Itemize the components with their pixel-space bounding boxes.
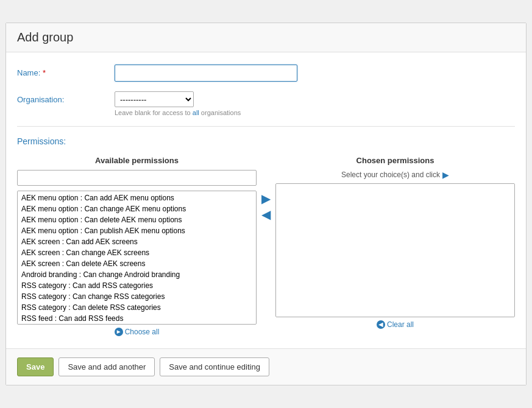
chosen-footer: ◀ Clear all [275,320,515,329]
available-permissions-panel: Available permissions 🔍 AEK menu option … [17,156,257,336]
available-permissions-listbox: AEK menu option : Can add AEK menu optio… [17,191,257,325]
clear-all-link[interactable]: ◀ Clear all [377,320,414,329]
chosen-hint-arrow: ▶ [442,170,449,180]
name-field [115,65,515,82]
save-add-button[interactable]: Save and add another [59,357,155,376]
organisation-row: Organisation: ---------- Leave blank for… [17,91,515,116]
save-button[interactable]: Save [17,357,54,376]
page-title: Add group [17,30,515,44]
name-input[interactable] [115,65,297,82]
permissions-label: Permissions: [17,136,515,146]
clear-all-label: Clear all [387,320,414,329]
available-permissions-select[interactable]: AEK menu option : Can add AEK menu optio… [18,191,256,324]
chosen-hint: Select your choice(s) and click ▶ [275,170,515,180]
permissions-section: Available permissions 🔍 AEK menu option … [17,156,515,336]
move-right-button[interactable]: ▶ [261,192,271,205]
clear-all-icon: ◀ [377,320,385,329]
save-continue-button[interactable]: Save and continue editing [160,357,269,376]
choose-all-label: Choose all [125,328,160,336]
chosen-permissions-panel: Chosen permissions Select your choice(s)… [275,156,515,329]
move-left-button[interactable]: ◀ [261,208,271,220]
org-hint-link[interactable]: all [193,109,199,116]
form-actions: Save Save and add another Save and conti… [6,348,526,385]
org-hint: Leave blank for access to all organisati… [115,109,515,116]
name-row: Name: * [17,65,515,82]
choose-all-icon: ► [115,328,123,336]
choose-all-link[interactable]: ► Choose all [115,328,160,336]
organisation-field: ---------- Leave blank for access to all… [115,91,515,116]
available-panel-title: Available permissions [17,156,257,165]
name-required: * [43,68,46,77]
permissions-arrows: ▶ ◀ [257,192,275,220]
page-header: Add group [6,23,526,52]
search-wrapper: 🔍 [17,170,257,188]
available-footer: ► Choose all [17,328,257,336]
chosen-panel-title: Chosen permissions [275,156,515,165]
name-label: Name: * [17,65,115,77]
section-divider [17,126,515,127]
permissions-search-input[interactable] [17,170,257,186]
chosen-permissions-listbox [275,183,515,317]
add-group-container: Add group Name: * Organisation: --------… [5,23,527,385]
organisation-label: Organisation: [17,91,115,104]
form-body: Name: * Organisation: ---------- Leave b… [6,52,526,348]
chosen-permissions-select[interactable] [276,184,514,317]
chosen-hint-text: Select your choice(s) and click [341,171,440,179]
organisation-select[interactable]: ---------- [115,91,194,107]
